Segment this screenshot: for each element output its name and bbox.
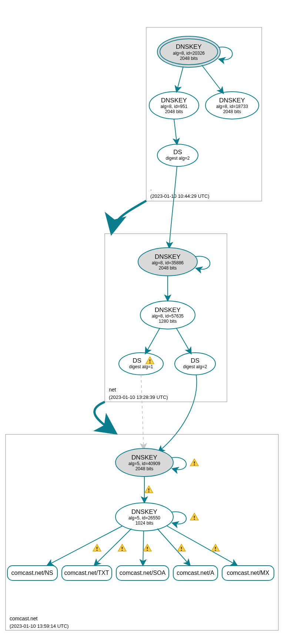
edge-rootzsk1-ds bbox=[174, 119, 177, 144]
svg-text:DS: DS bbox=[133, 357, 141, 364]
zone-root-ts: (2023-01-10 10:44:29 UTC) bbox=[150, 193, 210, 199]
node-cc-txt: comcast.net/TXT bbox=[62, 566, 112, 580]
node-cc-ns: comcast.net/NS bbox=[7, 566, 57, 580]
svg-text:comcast.net/MX: comcast.net/MX bbox=[227, 570, 270, 576]
warning-icon bbox=[190, 513, 198, 520]
edge-netzsk-ds2 bbox=[176, 328, 191, 353]
edge-rootds-netksk bbox=[169, 166, 177, 248]
svg-text:digest alg=2: digest alg=2 bbox=[165, 156, 190, 161]
node-net-ds1: DS digest alg=1 bbox=[119, 353, 163, 375]
svg-text:alg=8, id=951: alg=8, id=951 bbox=[161, 104, 188, 109]
svg-text:2048 bits: 2048 bits bbox=[223, 109, 241, 114]
svg-text:DNSKEY: DNSKEY bbox=[176, 43, 202, 50]
zone-root: . (2023-01-10 10:44:29 UTC) DNSKEY alg=8… bbox=[146, 27, 262, 201]
node-root-ksk: DNSKEY alg=8, id=20326 2048 bits bbox=[157, 36, 220, 67]
svg-text:DNSKEY: DNSKEY bbox=[155, 306, 181, 313]
warning-icon bbox=[190, 459, 198, 466]
svg-text:2048 bits: 2048 bits bbox=[159, 265, 177, 271]
warning-icon bbox=[143, 544, 151, 551]
delegation-root-net bbox=[112, 201, 146, 232]
svg-text:DNSKEY: DNSKEY bbox=[155, 253, 181, 260]
delegation-net-comcast bbox=[94, 402, 115, 433]
node-cc-a: comcast.net/A bbox=[173, 566, 218, 580]
svg-text:2048 bits: 2048 bits bbox=[165, 109, 183, 114]
zone-comcast-label: comcast.net bbox=[10, 616, 38, 621]
svg-text:DNSKEY: DNSKEY bbox=[219, 97, 245, 104]
node-net-ksk: DNSKEY alg=8, id=35886 2048 bits bbox=[138, 248, 197, 276]
warning-icon bbox=[93, 544, 101, 551]
warning-icon bbox=[118, 544, 126, 551]
node-cc-soa: comcast.net/SOA bbox=[116, 566, 169, 580]
node-cc-ksk: DNSKEY alg=5, id=40909 2048 bits bbox=[116, 448, 173, 477]
node-net-ds2: DS digest alg=2 bbox=[175, 353, 215, 375]
svg-text:comcast.net/SOA: comcast.net/SOA bbox=[120, 570, 166, 576]
svg-text:DS: DS bbox=[173, 149, 182, 156]
dnssec-graph: . (2023-01-10 10:44:29 UTC) DNSKEY alg=8… bbox=[0, 0, 308, 644]
svg-text:alg=5, id=26550: alg=5, id=26550 bbox=[128, 515, 160, 521]
svg-text:alg=5, id=40909: alg=5, id=40909 bbox=[128, 461, 160, 466]
edge-netds2-ccksk bbox=[158, 375, 197, 452]
zone-net: net (2023-01-10 13:28:39 UTC) DNSKEY alg… bbox=[105, 234, 227, 402]
edge-cczsk-a bbox=[157, 529, 190, 565]
edge-root-ksk-self bbox=[218, 47, 232, 60]
svg-text:alg=8, id=20326: alg=8, id=20326 bbox=[173, 51, 205, 56]
svg-text:alg=8, id=57635: alg=8, id=57635 bbox=[152, 313, 184, 319]
node-root-ds: DS digest alg=2 bbox=[157, 144, 198, 166]
svg-text:2048 bits: 2048 bits bbox=[135, 466, 154, 471]
zone-root-label: . bbox=[150, 186, 152, 191]
node-cc-mx: comcast.net/MX bbox=[222, 566, 274, 580]
warning-icon bbox=[211, 544, 220, 551]
zone-net-ts: (2023-01-10 13:28:39 UTC) bbox=[109, 394, 168, 400]
warning-icon bbox=[145, 486, 153, 493]
svg-text:2048 bits: 2048 bits bbox=[180, 56, 198, 61]
edge-netksk-self bbox=[195, 256, 210, 269]
edge-cczsk-soa bbox=[143, 531, 144, 565]
node-root-zsk1: DNSKEY alg=8, id=951 2048 bits bbox=[149, 92, 199, 119]
svg-text:DNSKEY: DNSKEY bbox=[131, 508, 157, 515]
svg-text:1280 bits: 1280 bits bbox=[159, 319, 177, 324]
edge-netds1-ccksk bbox=[141, 375, 144, 449]
node-net-zsk: DNSKEY alg=8, id=57635 1280 bits bbox=[140, 301, 195, 329]
zone-comcast: comcast.net (2023-01-10 13:59:14 UTC) DN… bbox=[6, 434, 278, 630]
node-root-zsk2: DNSKEY alg=8, id=18733 2048 bits bbox=[205, 92, 259, 119]
svg-text:alg=8, id=18733: alg=8, id=18733 bbox=[216, 104, 248, 109]
warning-icon bbox=[177, 544, 185, 551]
edge-cczsk-txt bbox=[94, 529, 131, 565]
svg-text:DS: DS bbox=[191, 357, 200, 364]
svg-text:digest alg=2: digest alg=2 bbox=[183, 364, 207, 369]
svg-text:alg=8, id=35886: alg=8, id=35886 bbox=[152, 260, 184, 265]
svg-text:comcast.net/A: comcast.net/A bbox=[177, 570, 214, 576]
svg-text:DNSKEY: DNSKEY bbox=[131, 454, 157, 461]
edge-ccksk-self bbox=[171, 457, 186, 470]
svg-text:DNSKEY: DNSKEY bbox=[161, 97, 187, 104]
svg-text:digest alg=1: digest alg=1 bbox=[129, 364, 153, 369]
edge-cczsk-mx bbox=[167, 526, 237, 565]
svg-text:comcast.net/TXT: comcast.net/TXT bbox=[64, 570, 109, 576]
svg-text:1024 bits: 1024 bits bbox=[135, 521, 154, 526]
edge-rootksk-zsk2 bbox=[202, 65, 223, 93]
zone-net-label: net bbox=[109, 387, 116, 393]
edge-rootksk-zsk1 bbox=[177, 67, 183, 92]
zone-comcast-ts: (2023-01-10 13:59:14 UTC) bbox=[10, 623, 69, 629]
edge-cczsk-ns bbox=[47, 526, 122, 565]
node-cc-zsk: DNSKEY alg=5, id=26550 1024 bits bbox=[116, 503, 173, 531]
edge-cczsk-self bbox=[171, 512, 186, 524]
edge-netzsk-ds1 bbox=[145, 328, 160, 353]
svg-text:comcast.net/NS: comcast.net/NS bbox=[11, 570, 53, 576]
